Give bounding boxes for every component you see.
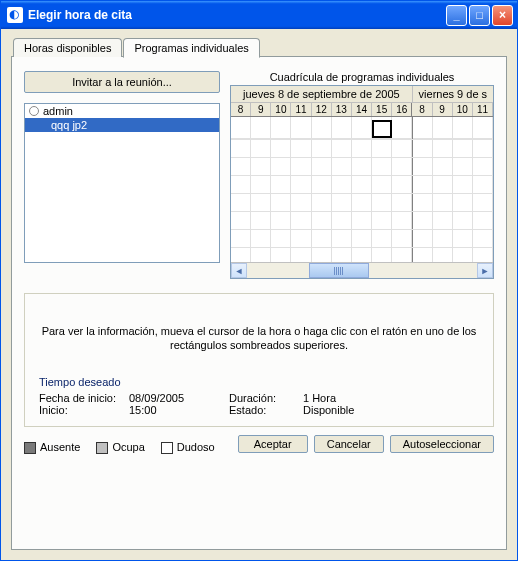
ok-button[interactable]: Aceptar: [238, 435, 308, 453]
schedule-grid[interactable]: jueves 8 de septiembre de 2005 viernes 9…: [230, 85, 494, 279]
dialog-window: Elegir hora de cita _ □ × Horas disponib…: [0, 0, 518, 561]
grid-header-days: jueves 8 de septiembre de 2005 viernes 9…: [231, 86, 493, 103]
tab-individual-programs[interactable]: Programas individuales: [123, 38, 259, 58]
ocupa-label: Ocupa: [112, 441, 144, 453]
grid-body[interactable]: [231, 117, 493, 262]
hour-cell: 12: [312, 103, 332, 116]
titlebar[interactable]: Elegir hora de cita _ □ ×: [1, 1, 517, 29]
scroll-thumb[interactable]: [309, 263, 369, 278]
attendee-row[interactable]: admin: [25, 104, 219, 118]
close-button[interactable]: ×: [492, 5, 513, 26]
time-cursor[interactable]: [372, 120, 392, 138]
legend: Ausente Ocupa Dudoso: [24, 441, 215, 454]
hour-cell: 13: [332, 103, 352, 116]
tab-panel: Invitar a la reunión... admin qqq jp2 Cu: [11, 56, 507, 550]
app-icon: [7, 7, 23, 23]
tab-strip: Horas disponibles Programas individuales: [13, 37, 507, 56]
horizontal-scrollbar[interactable]: ◄ ►: [231, 262, 493, 278]
tab-available-hours[interactable]: Horas disponibles: [13, 38, 122, 57]
grid-title: Cuadrícula de programas individuales: [230, 71, 494, 83]
status-dot-icon: [29, 106, 39, 116]
hour-cell: 8: [412, 103, 432, 116]
maximize-button[interactable]: □: [469, 5, 490, 26]
info-text: Para ver la información, mueva el cursor…: [39, 324, 479, 352]
attendee-name: admin: [43, 105, 73, 117]
hour-cell: 10: [453, 103, 473, 116]
start-date-value: 08/09/2005: [129, 392, 229, 404]
dudoso-swatch-icon: [161, 442, 173, 454]
hour-cell: 8: [231, 103, 251, 116]
duration-value: 1 Hora: [303, 392, 336, 404]
attendee-row[interactable]: qqq jp2: [25, 118, 219, 132]
cancel-button[interactable]: Cancelar: [314, 435, 384, 453]
hour-cell: 11: [473, 103, 493, 116]
ocupa-swatch-icon: [96, 442, 108, 454]
attendee-name: qqq jp2: [51, 119, 87, 131]
hour-cell: 11: [291, 103, 311, 116]
hour-cell: 15: [372, 103, 392, 116]
invite-button[interactable]: Invitar a la reunión...: [24, 71, 220, 93]
info-group: Para ver la información, mueva el cursor…: [24, 293, 494, 427]
hour-cell: 16: [392, 103, 412, 116]
day-separator: [412, 117, 413, 262]
start-date-label: Fecha de inicio:: [39, 392, 129, 404]
duration-label: Duración:: [229, 392, 303, 404]
client-area: Horas disponibles Programas individuales…: [1, 29, 517, 560]
ausente-label: Ausente: [40, 441, 80, 453]
grid-header-hours: 8 9 10 11 12 13 14 15 16 8 9 10: [231, 103, 493, 117]
day-header: jueves 8 de septiembre de 2005: [231, 86, 413, 102]
day-header: viernes 9 de s: [413, 86, 493, 102]
hour-cell: 9: [251, 103, 271, 116]
desired-time-title: Tiempo deseado: [39, 376, 479, 388]
status-value: Disponible: [303, 404, 354, 416]
hour-cell: 14: [352, 103, 372, 116]
hour-cell: 9: [433, 103, 453, 116]
status-label: Estado:: [229, 404, 303, 416]
scroll-track[interactable]: [247, 263, 477, 278]
dudoso-label: Dudoso: [177, 441, 215, 453]
start-time-label: Inicio:: [39, 404, 129, 416]
scroll-left-button[interactable]: ◄: [231, 263, 247, 278]
start-time-value: 15:00: [129, 404, 229, 416]
window-title: Elegir hora de cita: [28, 8, 446, 22]
ausente-swatch-icon: [24, 442, 36, 454]
hour-cell: 10: [271, 103, 291, 116]
scroll-right-button[interactable]: ►: [477, 263, 493, 278]
autoselect-button[interactable]: Autoseleccionar: [390, 435, 494, 453]
minimize-button[interactable]: _: [446, 5, 467, 26]
attendee-list[interactable]: admin qqq jp2: [24, 103, 220, 263]
